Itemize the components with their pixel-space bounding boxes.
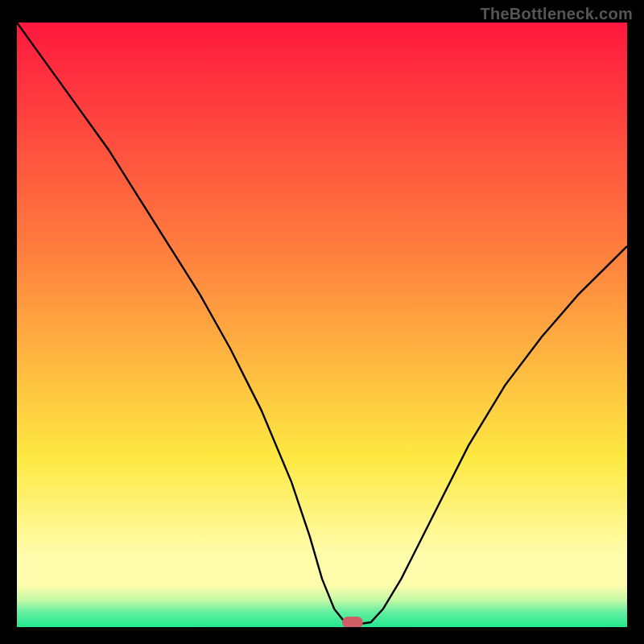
watermark-text: TheBottleneck.com [480, 5, 633, 23]
plot-area [17, 23, 627, 627]
heat-background [17, 23, 627, 627]
chart-frame: TheBottleneck.com [0, 0, 644, 644]
current-config-marker [342, 617, 363, 627]
chart-svg [17, 23, 627, 627]
